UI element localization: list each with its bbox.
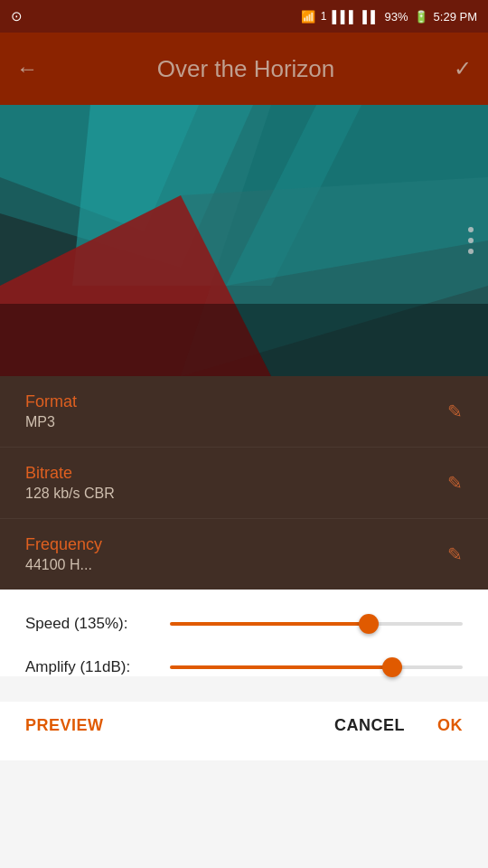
dot1	[468, 227, 474, 232]
speed-slider-container[interactable]	[170, 615, 463, 633]
svg-rect-8	[0, 304, 488, 376]
speed-track	[170, 622, 463, 626]
amplify-thumb[interactable]	[382, 657, 402, 677]
speed-slider-row: Speed (135%):	[25, 615, 463, 633]
back-button[interactable]: ←	[16, 56, 38, 81]
format-edit-button[interactable]: ✎	[447, 401, 463, 422]
dot3	[468, 249, 474, 254]
speed-thumb[interactable]	[359, 614, 379, 634]
cancel-button[interactable]: CANCEL	[334, 716, 405, 735]
time-display: 5:29 PM	[434, 10, 477, 24]
confirm-button[interactable]: ✓	[454, 56, 472, 81]
more-options-button[interactable]	[468, 227, 474, 254]
preview-button[interactable]: PREVIEW	[25, 716, 104, 735]
dot2	[468, 238, 474, 243]
circle-icon: ⊙	[11, 8, 23, 24]
status-right: 📶 1 ▌▌▌ ▌▌ 93% 🔋 5:29 PM	[301, 10, 477, 24]
dialog-buttons: PREVIEW CANCEL OK	[0, 702, 488, 760]
amplify-slider-row: Amplify (11dB):	[25, 658, 463, 676]
page-title: Over the Horizon	[38, 55, 454, 83]
frequency-label: Frequency	[25, 535, 102, 554]
amplify-slider-container[interactable]	[170, 658, 463, 676]
top-bar: ← Over the Horizon ✓	[0, 33, 488, 105]
speed-fill	[170, 622, 369, 626]
battery-percent: 93%	[385, 10, 408, 24]
amplify-unfill	[392, 665, 463, 669]
wifi-icon: 📶	[301, 10, 315, 24]
bitrate-edit-button[interactable]: ✎	[447, 472, 463, 494]
bitrate-info: Bitrate 128 kb/s CBR	[25, 464, 115, 502]
signal-icon: ▌▌▌	[332, 10, 357, 24]
frequency-edit-button[interactable]: ✎	[447, 543, 463, 565]
format-label: Format	[25, 392, 77, 411]
amplify-label: Amplify (11dB):	[25, 658, 170, 676]
album-art	[0, 105, 488, 376]
signal2-icon: ▌▌	[362, 10, 379, 24]
confirm-buttons: CANCEL OK	[334, 716, 463, 735]
bottom-dialog: Speed (135%): Amplify (11dB):	[0, 590, 488, 676]
speed-label: Speed (135%):	[25, 615, 170, 633]
bitrate-value: 128 kb/s CBR	[25, 486, 115, 502]
amplify-track	[170, 665, 463, 669]
speed-unfill	[369, 622, 463, 626]
status-bar: ⊙ 📶 1 ▌▌▌ ▌▌ 93% 🔋 5:29 PM	[0, 0, 488, 33]
battery-icon: 🔋	[414, 10, 428, 24]
frequency-info: Frequency 44100 H...	[25, 535, 102, 573]
album-art-svg	[0, 105, 488, 376]
format-info: Format MP3	[25, 392, 77, 430]
format-row: Format MP3 ✎	[0, 376, 488, 448]
ok-button[interactable]: OK	[437, 716, 463, 735]
amplify-fill	[170, 665, 392, 669]
format-value: MP3	[25, 414, 77, 430]
sim1-icon: 1	[321, 10, 327, 23]
frequency-value: 44100 H...	[25, 557, 102, 573]
bitrate-label: Bitrate	[25, 464, 115, 483]
frequency-row: Frequency 44100 H... ✎	[0, 519, 488, 590]
status-left: ⊙	[11, 8, 23, 24]
settings-panel: Format MP3 ✎ Bitrate 128 kb/s CBR ✎ Freq…	[0, 376, 488, 590]
bitrate-row: Bitrate 128 kb/s CBR ✎	[0, 448, 488, 519]
